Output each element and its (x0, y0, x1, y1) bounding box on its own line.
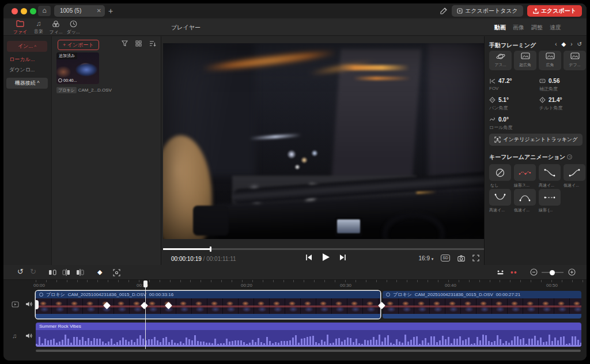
export-task-icon (457, 8, 463, 14)
inspector-tab-speed[interactable]: 速度 (550, 24, 561, 32)
home-button[interactable]: ⌂ (38, 6, 51, 16)
zoom-slider-knob[interactable] (550, 270, 555, 275)
export-button[interactable]: エクスポート (527, 5, 582, 17)
sd-quality-badge[interactable]: SD (441, 255, 450, 261)
seek-playhead[interactable] (210, 247, 211, 252)
export-task-button[interactable]: エクスポートタスク (452, 5, 523, 17)
nav-import-group[interactable]: イン... ^ (7, 41, 47, 52)
audio-mute-icon[interactable] (25, 332, 33, 339)
traffic-close-button[interactable] (12, 8, 18, 14)
timeline-scrollbar[interactable] (36, 350, 581, 352)
fullscreen-icon[interactable] (472, 255, 479, 261)
easing-fast-valley-button[interactable] (489, 189, 511, 206)
proxy-badge: プロキシ (56, 87, 77, 93)
easing-linear-flat-button[interactable] (539, 189, 561, 206)
video-viewport[interactable] (163, 43, 484, 239)
next-frame-button[interactable] (339, 254, 346, 261)
intelligent-tracking-button[interactable]: インテリジェントトラッキング (489, 134, 583, 146)
param-tilt[interactable]: 21.4° チルト角度 (539, 97, 587, 111)
easing-slow-bell-button[interactable] (514, 189, 536, 206)
redo-icon[interactable]: ↻ (30, 267, 36, 276)
clip-2-duration: 00:00:27:21 (496, 292, 520, 297)
prev-frame-button[interactable] (305, 254, 312, 261)
help-icon[interactable]: ? (567, 154, 572, 160)
easing-linear-smooth-button[interactable] (514, 164, 536, 181)
clip-1-filename: CAM_20251004231836_0015_D.OSV (68, 292, 146, 297)
keyframe-icon[interactable]: ◆ (97, 267, 102, 276)
inspector-tab-image[interactable]: 画像 (513, 24, 524, 32)
view-ultrawide-button[interactable]: 超広角 (514, 51, 536, 70)
trim-handle-left[interactable] (36, 300, 39, 309)
video-clip-2[interactable]: プロキシ CAM_20251004231836_0015_D.OSV 00:00… (383, 291, 581, 318)
split-clip-icon[interactable] (48, 269, 56, 276)
view-wide-button[interactable]: 広角 (539, 51, 561, 70)
inspector-tab-video[interactable]: 動画 (494, 24, 506, 32)
chevron-up-icon: ^ (35, 44, 36, 48)
media-thumbnail[interactable]: 追加済み 00:40... (56, 52, 99, 84)
tilt-icon (539, 97, 546, 103)
timeline-toolbar: ↺ ↻ ◆ (3, 265, 587, 280)
aspect-ratio-select[interactable]: 16:9 ▾ (419, 255, 434, 261)
sort-icon[interactable] (149, 40, 156, 47)
project-tab[interactable]: 1005 (5) ✕ (54, 5, 105, 17)
add-keyframe-icon[interactable]: ◆ (562, 41, 566, 47)
added-badge: 追加済み (56, 52, 77, 59)
play-button[interactable] (322, 253, 330, 261)
param-fov[interactable]: 47.2° FOV (489, 78, 539, 91)
easing-linear-smooth-label: 線形ス... (514, 183, 537, 188)
tracking-target-icon[interactable] (113, 269, 120, 276)
import-button[interactable]: + インポート (58, 40, 99, 50)
video-track-icon (12, 301, 19, 308)
inspector-tab-adjust[interactable]: 調整 (531, 24, 543, 32)
filter-funnel-icon[interactable] (122, 40, 128, 47)
playhead-handle[interactable] (143, 280, 148, 287)
tab-filter[interactable]: フィ... (47, 20, 65, 35)
video-mute-icon[interactable] (25, 301, 33, 308)
traffic-zoom-button[interactable] (30, 8, 36, 14)
trim-right-icon[interactable] (76, 269, 84, 276)
tab-filter-label: フィ... (49, 29, 62, 35)
prev-keyframe-icon[interactable]: ‹ (555, 41, 557, 47)
traffic-minimize-button[interactable] (21, 8, 27, 14)
show-keyframes-icon[interactable] (496, 270, 505, 275)
linear-flat-icon (543, 195, 556, 200)
reset-framing-icon[interactable]: ↺ (577, 41, 582, 47)
easing-fast-out-button[interactable] (539, 164, 561, 181)
view-default-button[interactable]: デフ... (563, 51, 586, 70)
tab-dashboard[interactable]: ダッ... (65, 20, 82, 35)
param-distortion[interactable]: 0.56 補正角度 (539, 78, 587, 92)
snapshot-camera-icon[interactable] (457, 255, 465, 261)
param-pan[interactable]: 5.1° パン角度 (489, 97, 539, 111)
nav-import-label: イン... (18, 43, 33, 49)
zoom-in-icon[interactable] (568, 268, 576, 276)
tab-music[interactable]: ♫ 音楽 (30, 20, 47, 35)
view-asteroid-button[interactable]: アス... (489, 51, 512, 70)
new-tab-button[interactable]: + (108, 6, 113, 16)
undo-icon[interactable]: ↺ (17, 267, 24, 276)
video-clip-1[interactable]: プロキシ CAM_20251004231836_0015_D.OSV 00:00… (36, 291, 380, 318)
nav-local[interactable]: ローカル... (9, 56, 35, 63)
audio-clip[interactable]: Summer Rock Vibes (36, 323, 581, 347)
bell-curve-icon (519, 193, 531, 202)
timeline-ruler[interactable]: 00:00 00:10 00:20 00:30 00:40 00:50 (3, 280, 587, 290)
close-tab-icon[interactable]: ✕ (97, 5, 101, 17)
easing-none-button[interactable] (489, 164, 511, 181)
nav-download[interactable]: ダウンロ... (9, 66, 35, 74)
easing-slow-bell-label: 低速イ... (514, 207, 537, 213)
easing-slow-in-button[interactable] (563, 164, 585, 181)
next-keyframe-icon[interactable]: › (570, 41, 572, 47)
timeline-zoom-slider[interactable] (542, 272, 563, 273)
edit-rename-icon[interactable] (440, 7, 448, 15)
clip-1-header: プロキシ CAM_20251004231836_0015_D.OSV 00:00… (36, 291, 380, 298)
keyframe-record-icon[interactable] (509, 270, 518, 275)
zoom-out-icon[interactable] (530, 268, 538, 276)
tab-dashboard-label: ダッ... (66, 29, 80, 35)
player-panel-title: プレイヤー (171, 24, 201, 32)
device-connect-button[interactable]: 機器接続 ^ (6, 78, 48, 89)
param-roll[interactable]: 0.0° ロール角度 (489, 116, 539, 131)
trim-left-icon[interactable] (62, 269, 70, 276)
timeline-playhead[interactable] (145, 280, 146, 349)
seek-bar[interactable] (163, 248, 484, 250)
seek-progress (163, 248, 211, 250)
grid-view-icon[interactable] (135, 40, 142, 47)
